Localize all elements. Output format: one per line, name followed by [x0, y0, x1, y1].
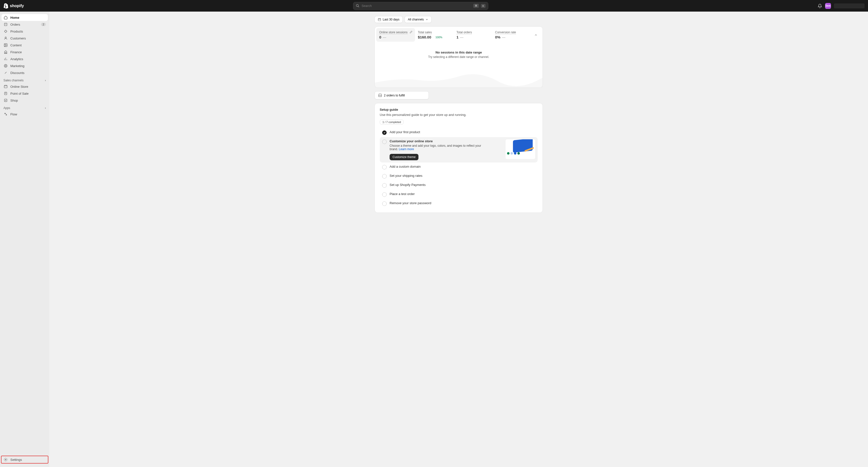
stat-label: Online store sessions	[379, 31, 412, 34]
inbox-icon	[378, 94, 382, 97]
setup-title: Setup guide	[380, 108, 538, 111]
svg-rect-9	[4, 99, 7, 102]
main-content: Last 30 days All channels Online store s…	[49, 11, 868, 467]
svg-point-0	[356, 4, 359, 7]
task-title: Customize your online store	[390, 139, 503, 143]
nav-finance[interactable]: Finance	[1, 48, 48, 56]
task-circle-pending	[382, 174, 386, 178]
stat-label: Conversion rate	[495, 31, 528, 34]
nav-flow[interactable]: Flow	[1, 111, 48, 118]
filter-label: All channels	[408, 18, 424, 21]
task-test-order[interactable]: Place a test order	[380, 190, 538, 199]
task-desc: Choose a theme and add your logo, colors…	[390, 144, 483, 151]
stat-sessions[interactable]: Online store sessions 0 —	[376, 28, 415, 42]
nav-online-store[interactable]: Online Store	[1, 83, 48, 90]
notification-icon[interactable]	[818, 4, 822, 8]
customers-icon	[3, 36, 8, 40]
task-circle-pending	[382, 192, 386, 197]
store-name-blur	[834, 3, 865, 8]
svg-rect-1	[4, 23, 7, 26]
nav-label: Marketing	[10, 64, 46, 68]
nav-label: Online Store	[10, 85, 46, 89]
chevron-down-icon	[425, 18, 428, 21]
nav-label: Analytics	[10, 57, 46, 61]
flow-icon	[3, 112, 8, 116]
avatar[interactable]: Dem	[825, 3, 831, 9]
learn-more-link[interactable]: Learn more	[399, 147, 414, 151]
task-title: Remove your store password	[390, 201, 535, 205]
nav-marketing[interactable]: Marketing	[1, 62, 48, 69]
stat-label: Total orders	[457, 31, 489, 34]
nav-settings[interactable]: Settings	[1, 456, 48, 463]
nav-shop[interactable]: Shop	[1, 97, 48, 104]
orders-to-fulfill-button[interactable]: 2 orders to fulfill	[375, 91, 429, 99]
nav-home[interactable]: Home	[1, 14, 48, 21]
nav-analytics[interactable]: Analytics	[1, 56, 48, 62]
search-input[interactable]	[362, 4, 471, 8]
nav-orders[interactable]: Orders 2	[1, 21, 48, 28]
chart-empty-title: No sessions in this date range	[380, 51, 538, 54]
home-icon	[3, 15, 8, 20]
svg-point-2	[5, 37, 6, 38]
task-circle-pending	[382, 183, 386, 188]
svg-point-4	[5, 44, 6, 45]
edit-icon[interactable]	[409, 31, 412, 34]
nav-label: Shop	[10, 99, 46, 102]
collapse-chart-button[interactable]	[531, 28, 541, 42]
channel-filter[interactable]: All channels	[405, 16, 432, 23]
nav-label: Flow	[10, 112, 46, 116]
apps-section[interactable]: Apps ›	[1, 104, 48, 111]
nav-content[interactable]: Content	[1, 42, 48, 48]
stat-no-change: —	[383, 35, 386, 39]
marketing-icon	[3, 64, 8, 68]
setup-progress: 1 / 7 completed	[380, 120, 404, 125]
stat-change: 100%	[433, 36, 442, 39]
svg-point-6	[5, 65, 6, 66]
stat-label: Total sales	[418, 31, 451, 34]
search-icon	[356, 4, 360, 8]
shopify-logo[interactable]: shopify	[3, 3, 24, 9]
chart-empty-sub: Try selecting a different date range or …	[380, 55, 538, 59]
nav-customers[interactable]: Customers	[1, 35, 48, 42]
task-custom-domain[interactable]: Add a custom domain	[380, 163, 538, 172]
stat-value: 0	[379, 35, 381, 39]
customize-theme-button[interactable]: Customize theme	[390, 154, 418, 160]
task-add-product[interactable]: Add your first product	[380, 128, 538, 137]
search-box[interactable]: ⌘ K	[353, 2, 488, 10]
calendar-icon	[378, 18, 381, 21]
date-range-filter[interactable]: Last 30 days	[375, 16, 403, 23]
kbd-cmd: ⌘	[473, 4, 479, 8]
content-icon	[3, 43, 8, 47]
analytics-icon	[3, 57, 8, 61]
nav-label: Settings	[10, 458, 46, 462]
task-title: Add a custom domain	[390, 165, 535, 168]
svg-point-5	[4, 64, 7, 67]
stat-conversion[interactable]: Conversion rate 0% —	[492, 28, 531, 42]
stats-card: Online store sessions 0 — Total sales $1…	[375, 26, 543, 88]
nav-label: Finance	[10, 50, 46, 54]
stat-value: 1	[457, 35, 458, 39]
sessions-chart: No sessions in this date range Try selec…	[375, 43, 542, 88]
svg-point-10	[5, 459, 6, 460]
gear-icon	[3, 457, 8, 462]
task-customize-store[interactable]: Customize your online store Choose a the…	[380, 137, 538, 163]
stat-no-change: —	[460, 35, 463, 39]
svg-rect-7	[4, 86, 7, 88]
stat-total-orders[interactable]: Total orders 1 —	[454, 28, 492, 42]
kbd-k: K	[481, 4, 486, 8]
task-payments[interactable]: Set up Shopify Payments	[380, 181, 538, 190]
nav-discounts[interactable]: Discounts	[1, 69, 48, 76]
task-remove-password[interactable]: Remove your store password	[380, 199, 538, 208]
task-circle-pending	[382, 201, 386, 206]
sales-channels-section[interactable]: Sales channels ›	[1, 76, 48, 83]
nav-pos[interactable]: Point of Sale	[1, 90, 48, 97]
stat-total-sales[interactable]: Total sales $160.00 100%	[415, 28, 454, 42]
sidebar: Home Orders 2 Products Customers Content…	[0, 11, 49, 467]
task-shipping-rates[interactable]: Set your shipping rates	[380, 172, 538, 181]
nav-label: Products	[10, 30, 46, 33]
nav-label: Discounts	[10, 71, 46, 75]
task-title: Place a test order	[390, 192, 535, 196]
nav-label: Customers	[10, 36, 46, 40]
nav-products[interactable]: Products	[1, 28, 48, 35]
discounts-icon	[3, 70, 8, 75]
